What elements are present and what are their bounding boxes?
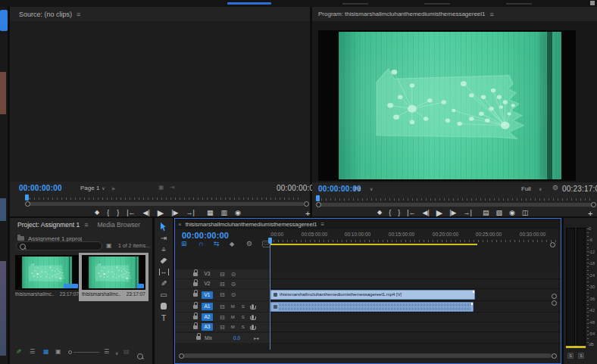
hscroll-zoom-handle-left[interactable] (179, 353, 184, 359)
audio-usage-badge[interactable] (71, 284, 78, 288)
clip-end-handle[interactable] (471, 303, 473, 305)
solo-button[interactable]: S (242, 325, 245, 329)
settings-icon[interactable]: ▣ (158, 184, 164, 191)
panel-menu-icon[interactable]: ≡ (321, 221, 325, 228)
video-clip[interactable]: thisismarshallmcluhanthemediumisthemessa… (270, 290, 475, 300)
writable-pen-icon[interactable]: ✎ (16, 348, 22, 356)
panel-menu-icon[interactable]: ≡ (490, 11, 494, 18)
sync-lock-icon[interactable]: ⊟ (220, 324, 225, 331)
panel-menu-icon[interactable]: ≡ (77, 11, 80, 18)
play-button[interactable]: ▶ (158, 208, 164, 217)
timeline-tab[interactable]: thisismarshallmcluhanthemediumisthemessa… (186, 221, 317, 228)
automate-to-sequence-icon[interactable]: ▤ (123, 348, 130, 355)
lock-icon[interactable] (193, 305, 198, 309)
lock-icon[interactable] (193, 282, 198, 286)
ripple-edit-tool[interactable]: ↔↕ (155, 244, 173, 255)
solo-button[interactable]: S (242, 304, 245, 309)
sort-icon[interactable]: ☰ (104, 348, 109, 355)
linked-selection-icon[interactable]: ⇆ (214, 240, 220, 247)
zoom-slider-knob[interactable] (68, 350, 72, 354)
mark-out-button[interactable]: } (398, 208, 400, 217)
lock-icon[interactable] (193, 293, 198, 297)
track-name-a2[interactable]: A2 (202, 313, 213, 321)
track-name-a3[interactable]: A3 (202, 323, 213, 331)
clip-label-row[interactable]: thisismarshallmc.. 23:17:07 (82, 291, 145, 297)
mark-in-button[interactable]: { (389, 208, 391, 217)
track-lane-v3[interactable] (269, 269, 561, 279)
voiceover-mic-icon[interactable] (252, 315, 254, 319)
mark-in-button[interactable]: { (107, 208, 109, 217)
window-control[interactable] (590, 1, 595, 5)
mix-level-value[interactable]: 0.0 (233, 335, 240, 341)
rectangle-tool[interactable]: ▭ (155, 289, 173, 300)
zoom-handle-right[interactable] (304, 201, 309, 207)
track-header-v1[interactable]: V1 ⊟ ⊙ (175, 289, 269, 300)
source-playhead[interactable] (25, 194, 29, 201)
extract-button[interactable]: ▧ (495, 208, 502, 217)
step-forward-button[interactable]: |▶ (449, 208, 456, 217)
track-name-v2[interactable]: V2 (202, 280, 213, 288)
hscroll-zoom-handle-right[interactable] (552, 353, 557, 359)
dock-thumbnail[interactable] (0, 261, 6, 356)
clip-end-handle[interactable] (473, 291, 474, 293)
export-frame-button[interactable]: ◉ (235, 208, 241, 217)
play-button[interactable]: ▶ (436, 208, 442, 217)
go-to-out-button[interactable]: →| (464, 208, 472, 217)
list-view-icon[interactable]: ☰ (30, 348, 35, 355)
track-header-a3[interactable]: A3 ⊟ M S (175, 322, 269, 331)
export-frame-button[interactable]: ◉ (509, 208, 515, 217)
track-lane-mix[interactable] (269, 333, 561, 344)
track-header-v3[interactable]: V3 ⊟ ⊙ (175, 269, 269, 278)
type-tool[interactable]: T (155, 312, 173, 323)
zoom-slider-track[interactable] (73, 352, 99, 353)
program-scrubber[interactable] (312, 194, 597, 207)
solo-right-button[interactable]: S (578, 353, 584, 359)
toggle-output-eye-icon[interactable]: ⊙ (231, 291, 236, 298)
clip-label-row[interactable]: thisismarshallmc.. 23:17:07 (15, 291, 79, 297)
search-input[interactable] (16, 241, 102, 250)
add-marker-button[interactable]: ◆ (95, 208, 99, 217)
program-playhead[interactable] (316, 195, 320, 201)
clip-thumbnail[interactable] (15, 255, 79, 290)
track-name-v1[interactable]: V1 (202, 291, 213, 299)
keyframe-nav-icon[interactable]: ▸◂ (254, 335, 258, 341)
dock-app-icon[interactable] (0, 10, 8, 31)
nest-toggle-icon[interactable]: ⊞ (181, 240, 187, 247)
track-header-a2[interactable]: A2 ⊟ M S (175, 313, 269, 322)
zoom-handle-left[interactable] (25, 201, 30, 207)
work-area-bar[interactable] (270, 244, 477, 245)
pen-tool[interactable]: ✎ (155, 278, 173, 289)
comparison-view-button[interactable]: ◫ (522, 208, 529, 217)
bin-icon[interactable]: ▣ (106, 242, 112, 249)
timeline-ruler[interactable]: :00:00 00:05:00:00 00:10:00:00 00:15:00:… (269, 229, 561, 246)
lock-icon[interactable] (193, 325, 198, 329)
overwrite-button[interactable]: ▥ (220, 208, 227, 217)
selection-tool[interactable] (155, 221, 173, 232)
button-editor-add[interactable]: + (588, 209, 592, 218)
page-select[interactable]: Page 1∨ (80, 185, 105, 191)
track-name-a1[interactable]: A1 (202, 303, 213, 310)
add-marker-icon[interactable]: ◆ (230, 241, 234, 247)
go-to-in-button[interactable]: |← (407, 208, 415, 217)
track-header-a1[interactable]: A1 ⊟ M S (175, 301, 269, 312)
mark-out-button[interactable]: } (117, 208, 119, 217)
button-editor-add[interactable]: + (305, 209, 310, 218)
step-back-button[interactable]: ◀| (143, 208, 150, 217)
source-scrollbar[interactable] (28, 202, 304, 206)
toggle-output-eye-icon[interactable]: ⊙ (231, 281, 236, 288)
sync-lock-icon[interactable]: ⊟ (220, 281, 225, 288)
dock-thumbnail[interactable] (0, 72, 6, 114)
mute-button[interactable]: M (231, 304, 235, 309)
go-to-out-button[interactable]: →| (186, 208, 195, 217)
settings-wrench-icon[interactable]: ⚙ (552, 184, 558, 191)
solo-button[interactable]: S (242, 315, 245, 319)
zoom-handle-right[interactable] (591, 202, 596, 207)
lock-icon[interactable] (196, 336, 201, 340)
page-next-icon[interactable]: ▶ (112, 185, 116, 191)
track-header-mix[interactable]: Mix 0.0 ▸◂ (175, 333, 269, 343)
timeline-timecode[interactable]: 00:00:00:00 (182, 231, 229, 240)
track-name-v3[interactable]: V3 (202, 270, 213, 278)
step-forward-button[interactable]: |▶ (171, 208, 178, 217)
find-icon[interactable] (137, 353, 143, 359)
playback-quality-select[interactable]: Full∨ (521, 185, 542, 192)
